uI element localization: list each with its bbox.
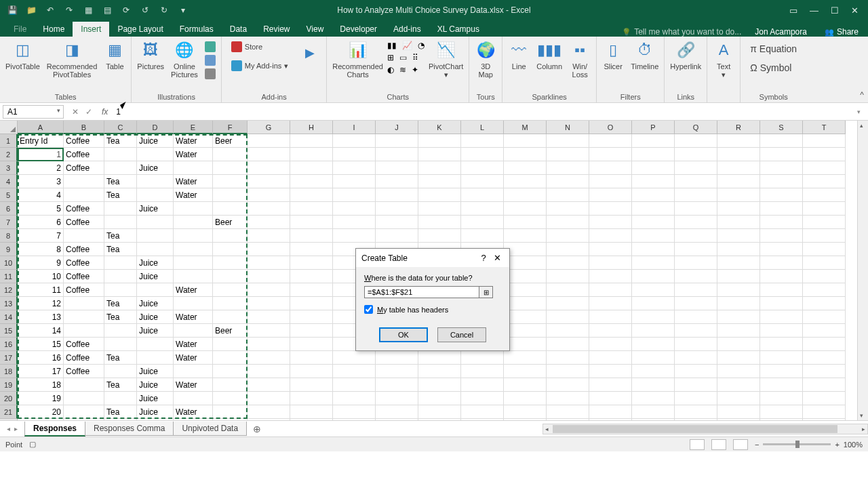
cell[interactable] [760,324,803,338]
cell[interactable] [547,351,589,365]
cell[interactable] [461,419,504,420]
cell[interactable]: Coffee [64,338,104,351]
cell[interactable] [461,188,504,202]
cell[interactable] [803,351,846,365]
cell[interactable]: Beer [213,324,248,338]
row-header[interactable]: 22 [0,419,18,420]
cell[interactable] [290,365,333,378]
cell[interactable] [333,405,376,419]
cell[interactable] [504,351,547,365]
tab-file[interactable]: File [5,22,35,37]
cell[interactable] [64,392,104,405]
cell[interactable] [717,134,760,148]
zoom-control[interactable]: − + 100% [755,441,863,449]
cell[interactable] [504,405,547,419]
cell[interactable] [290,310,333,324]
sparkline-line-button[interactable]: 〰Line [505,38,532,72]
cell[interactable] [717,378,760,392]
cell[interactable] [104,202,137,216]
fx-icon[interactable]: fx [98,107,112,117]
cell[interactable] [213,351,248,365]
cell[interactable] [104,419,137,420]
cell[interactable]: Water [174,338,213,351]
my-addins-button[interactable]: My Add-ins ▾ [229,60,291,72]
cell[interactable]: Tea [104,378,137,392]
cell[interactable]: Water [174,405,213,419]
cell[interactable] [461,378,504,392]
horizontal-scrollbar[interactable] [542,424,868,434]
cell[interactable] [213,229,248,243]
cell[interactable] [174,392,213,405]
cell[interactable] [675,283,717,297]
cell[interactable] [213,405,248,419]
cell[interactable] [803,283,846,297]
row-header[interactable]: 16 [0,338,18,351]
cell[interactable] [18,419,64,420]
cell[interactable]: 18 [18,378,64,392]
bar-chart-icon[interactable]: ▮▮ [387,41,397,50]
cell[interactable]: 16 [18,351,64,365]
qat-more-icon[interactable]: ▾ [178,5,189,16]
cell[interactable] [760,365,803,378]
cell[interactable] [632,351,675,365]
zoom-in-icon[interactable]: + [835,441,839,449]
cell[interactable]: Coffee [64,365,104,378]
cell[interactable]: Water [174,175,213,188]
enter-formula-icon[interactable]: ✓ [84,107,94,117]
qat-icon[interactable]: ⟳ [121,5,132,16]
cell[interactable] [64,378,104,392]
text-button[interactable]: AText▾ [710,38,737,80]
cell[interactable] [376,216,418,229]
cell[interactable] [418,148,461,161]
cell[interactable] [64,324,104,338]
cell[interactable]: Juice [137,256,174,270]
row-header[interactable]: 6 [0,202,18,216]
cell[interactable] [137,419,174,420]
tab-review[interactable]: Review [255,22,298,37]
sheet-tab-responses[interactable]: Responses [24,422,85,436]
page-break-view-button[interactable] [733,439,748,450]
tab-page-layout[interactable]: Page Layout [109,22,171,37]
cell[interactable]: 1 [18,148,64,161]
cell[interactable] [632,392,675,405]
cell[interactable] [675,216,717,229]
cell[interactable]: Coffee [64,134,104,148]
user-name[interactable]: Jon Acampora [747,27,815,37]
cell[interactable] [547,161,589,175]
cell[interactable] [248,243,290,256]
cell[interactable] [632,175,675,188]
timeline-button[interactable]: ⏱Timeline [628,38,661,72]
cell[interactable] [333,378,376,392]
cell[interactable] [290,202,333,216]
recommended-pivottables-button[interactable]: ◨RecommendedPivotTables [44,38,100,80]
cell[interactable] [418,351,461,365]
cell[interactable] [213,365,248,378]
cell[interactable] [290,243,333,256]
column-headers[interactable]: ABCDEFGHIJKLMNOPQRST [18,121,857,134]
cell[interactable] [290,405,333,419]
cell[interactable] [174,324,213,338]
cell[interactable] [717,392,760,405]
cell[interactable] [589,270,632,283]
cell[interactable] [248,161,290,175]
cell[interactable] [717,297,760,310]
cell[interactable] [717,148,760,161]
cell[interactable] [547,378,589,392]
cancel-formula-icon[interactable]: ✕ [71,107,80,117]
cell[interactable] [589,229,632,243]
cell[interactable] [213,161,248,175]
cell[interactable] [137,148,174,161]
cell[interactable] [589,161,632,175]
cell[interactable]: 12 [18,297,64,310]
cell[interactable]: Coffee [64,216,104,229]
cell[interactable]: Water [174,310,213,324]
cell[interactable] [461,148,504,161]
cell[interactable] [589,392,632,405]
cell[interactable]: Juice [137,270,174,283]
smartart-button[interactable] [202,54,218,66]
cell[interactable] [760,338,803,351]
cell[interactable] [547,405,589,419]
cell[interactable] [504,134,547,148]
cell[interactable] [675,405,717,419]
close-icon[interactable]: ✕ [851,5,859,16]
